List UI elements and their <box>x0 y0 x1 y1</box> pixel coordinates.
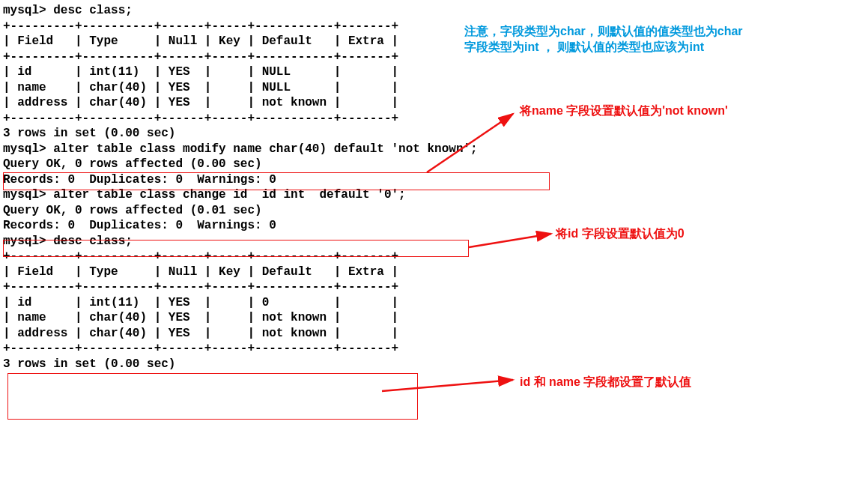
annotation-id-default: 将id 字段设置默认值为0 <box>556 226 685 242</box>
terminal-line: +---------+----------+------+-----+-----… <box>3 249 865 264</box>
terminal-line: Records: 0 Duplicates: 0 Warnings: 0 <box>3 172 865 188</box>
arrow-to-both-annotation <box>374 369 524 399</box>
terminal-line: Query OK, 0 rows affected (0.00 sec) <box>3 157 865 172</box>
terminal-line: +---------+----------+------+-----+-----… <box>3 341 865 357</box>
terminal-line: | name | char(40) | YES | | not known | … <box>3 310 865 326</box>
annotation-note-type-match-line2: 字段类型为int ， 则默认值的类型也应该为int <box>464 40 704 55</box>
terminal-line: | name | char(40) | YES | | NULL | | <box>3 80 865 96</box>
terminal-line: | address | char(40) | YES | | not known… <box>3 326 865 342</box>
terminal-line: mysql> desc class; <box>3 3 865 19</box>
terminal-line: mysql> alter table class modify name cha… <box>3 142 865 157</box>
terminal-line: | address | char(40) | YES | | not known… <box>3 95 865 111</box>
svg-line-2 <box>382 380 513 391</box>
highlight-box-result-rows <box>7 373 418 420</box>
terminal-line: mysql> desc class; <box>3 234 865 249</box>
terminal-line: Query OK, 0 rows affected (0.01 sec) <box>3 203 865 219</box>
terminal-line: +---------+----------+------+-----+-----… <box>3 279 865 295</box>
terminal-line: 3 rows in set (0.00 sec) <box>3 126 865 142</box>
terminal-line: 3 rows in set (0.00 sec) <box>3 357 865 372</box>
terminal-line: | id | int(11) | YES | | 0 | | <box>3 295 865 311</box>
annotation-note-type-match: 注意，字段类型为char，则默认值的值类型也为char <box>464 24 743 40</box>
terminal-line: | id | int(11) | YES | | NULL | | <box>3 64 865 80</box>
terminal-line: | Field | Type | Null | Key | Default | … <box>3 264 865 280</box>
terminal-line: +---------+----------+------+-----+-----… <box>3 49 865 65</box>
terminal-line: mysql> alter table class change id id in… <box>3 187 865 203</box>
terminal-line: +---------+----------+------+-----+-----… <box>3 111 865 127</box>
annotation-name-default: 将name 字段设置默认值为'not known' <box>520 103 728 119</box>
annotation-both-defaults: id 和 name 字段都设置了默认值 <box>520 375 691 390</box>
terminal-line: Records: 0 Duplicates: 0 Warnings: 0 <box>3 218 865 234</box>
